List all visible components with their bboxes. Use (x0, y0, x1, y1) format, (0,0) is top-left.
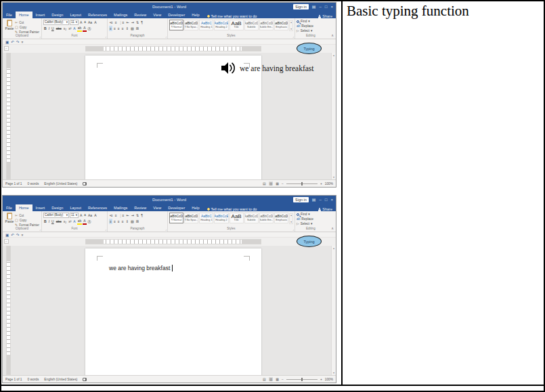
tab-references[interactable]: References (85, 12, 110, 18)
tab-references[interactable]: References (85, 204, 110, 211)
web-layout-icon[interactable]: ▦ (276, 377, 279, 381)
borders-icon[interactable]: ⊞ (135, 219, 139, 224)
clipboard-dialog-launcher-icon[interactable]: ⌟ (39, 228, 41, 231)
minimize-icon[interactable]: – (320, 197, 322, 202)
bold-button[interactable]: B (43, 219, 47, 224)
superscript-button[interactable]: x² (68, 219, 72, 224)
underline-button[interactable]: U (51, 26, 55, 31)
tab-home[interactable]: Home (16, 204, 32, 211)
style-heading-2[interactable]: AaBbCcEHeading 2 (214, 20, 228, 30)
tab-home[interactable]: Home (16, 12, 32, 18)
ribbon-display-options-icon[interactable]: ▤ (312, 4, 316, 9)
change-case-button[interactable]: Aa (87, 20, 93, 25)
zoom-out-icon[interactable]: − (282, 182, 284, 186)
horizontal-ruler[interactable] (85, 239, 261, 244)
zoom-level[interactable]: 100% (325, 182, 333, 186)
style-heading-1[interactable]: AaBbCHeading 1 (199, 20, 213, 30)
select-button[interactable]: ▷Select▾ (297, 221, 325, 226)
strikethrough-button[interactable]: abc (56, 219, 62, 224)
decrease-indent-icon[interactable]: ⇤ (126, 20, 130, 25)
scroll-up-icon[interactable]: ▴ (333, 53, 334, 57)
web-layout-icon[interactable]: ▦ (276, 181, 279, 186)
tab-insert[interactable]: Insert (32, 204, 49, 211)
numbering-icon[interactable]: ≡ (114, 213, 118, 218)
justify-icon[interactable]: ≡ (121, 219, 125, 224)
paste-button[interactable]: Paste (4, 19, 15, 34)
text-effects-button[interactable]: A (72, 219, 76, 224)
undo-icon[interactable]: ↶ (11, 40, 14, 44)
highlight-color-button[interactable]: ab (77, 25, 83, 32)
scroll-up-icon[interactable]: ▴ (333, 246, 334, 250)
zoom-out-icon[interactable]: − (282, 378, 284, 381)
bullets-icon[interactable]: •≡ (109, 20, 114, 25)
tab-selector[interactable]: ⌐ (4, 239, 9, 244)
replace-button[interactable]: abReplace (297, 217, 325, 221)
zoom-level[interactable]: 100% (325, 378, 333, 381)
cut-button[interactable]: ✂Cut (15, 213, 39, 217)
document-canvas[interactable]: we are having breakfast ▴ ▾ (3, 53, 336, 179)
language-status[interactable]: English (United States) (44, 182, 77, 186)
multilevel-list-icon[interactable]: ⋮≡ (118, 213, 125, 218)
shrink-font-button[interactable]: A (83, 20, 87, 25)
collapse-ribbon-icon[interactable]: ∧ (331, 226, 334, 230)
paste-button[interactable]: Paste (4, 212, 15, 227)
tab-help[interactable]: Help (188, 12, 202, 18)
superscript-button[interactable]: x² (68, 26, 72, 31)
styles-dialog-launcher-icon[interactable]: ⌟ (292, 228, 294, 231)
text-effects-button[interactable]: A (72, 26, 76, 31)
sort-icon[interactable]: ⇅ (135, 213, 139, 218)
align-left-icon[interactable]: ≡ (109, 26, 112, 31)
tab-mailings[interactable]: Mailings (110, 204, 131, 211)
sort-icon[interactable]: ⇅ (135, 20, 139, 25)
font-name-combo[interactable]: Calibri (Body)▾ (43, 20, 69, 25)
vertical-ruler[interactable] (6, 246, 11, 375)
paragraph-dialog-launcher-icon[interactable]: ⌟ (165, 35, 167, 38)
style-subtle-emphasis[interactable]: AaBbCcDdSubtle Em... (259, 20, 274, 30)
minimize-icon[interactable]: – (320, 4, 322, 9)
style-normal[interactable]: AaBbCcDd¶ Normal (169, 20, 183, 30)
strikethrough-button[interactable]: abc (56, 26, 62, 31)
zoom-in-icon[interactable]: + (320, 182, 322, 186)
word-count[interactable]: 0 words (28, 182, 39, 186)
page-count[interactable]: Page 1 of 1 (5, 378, 22, 381)
scroll-down-icon[interactable]: ▾ (333, 371, 334, 374)
document-page[interactable]: we are having breakfast (85, 248, 261, 375)
horizontal-ruler[interactable] (85, 46, 261, 51)
maximize-icon[interactable]: □ (325, 197, 328, 202)
numbering-icon[interactable]: ≡ (114, 20, 118, 25)
line-spacing-icon[interactable]: ⇕ (125, 219, 129, 224)
replace-button[interactable]: abReplace (297, 24, 325, 28)
font-dialog-launcher-icon[interactable]: ⌟ (105, 35, 106, 38)
subscript-button[interactable]: x₂ (63, 26, 67, 31)
select-button[interactable]: ▷Select▾ (297, 28, 325, 33)
style-emphasis[interactable]: AaBbCcDdEmphasis (274, 20, 288, 30)
sign-in-button[interactable]: Sign in (293, 197, 309, 202)
vertical-ruler[interactable] (6, 53, 11, 179)
tab-help[interactable]: Help (188, 204, 202, 211)
paragraph-dialog-launcher-icon[interactable]: ⌟ (165, 228, 167, 231)
ribbon-display-options-icon[interactable]: ▤ (312, 197, 316, 202)
maximize-icon[interactable]: □ (325, 4, 328, 9)
tab-view[interactable]: View (150, 204, 165, 211)
align-right-icon[interactable]: ≡ (117, 219, 121, 224)
font-color-button[interactable]: A (83, 218, 86, 225)
vertical-scrollbar[interactable]: ▴ ▾ (331, 246, 336, 375)
increase-indent-icon[interactable]: ⇥ (131, 213, 135, 218)
save-icon[interactable]: ▣ (5, 233, 9, 237)
tab-design[interactable]: Design (48, 204, 66, 211)
clear-formatting-button[interactable]: A (93, 213, 97, 218)
style-heading-2[interactable]: AaBbCcEHeading 2 (214, 213, 228, 223)
change-case-button[interactable]: Aa (87, 213, 93, 218)
underline-button[interactable]: U (51, 219, 55, 224)
enclose-characters-button[interactable]: Ⓐ (87, 219, 92, 224)
close-icon[interactable]: × (330, 197, 333, 202)
highlight-color-button[interactable]: ab (77, 218, 83, 225)
zoom-slider[interactable] (286, 379, 318, 380)
tab-layout[interactable]: Layout (66, 204, 85, 211)
scroll-down-icon[interactable]: ▾ (333, 175, 334, 179)
proofing-icon[interactable] (83, 182, 87, 186)
styles-gallery-scroll[interactable]: ▴▾ (289, 213, 293, 224)
page-count[interactable]: Page 1 of 1 (5, 182, 22, 186)
multilevel-list-icon[interactable]: ⋮≡ (118, 20, 125, 25)
style-no-spacing[interactable]: AaBbCcDd¶ No Spac... (184, 20, 198, 30)
